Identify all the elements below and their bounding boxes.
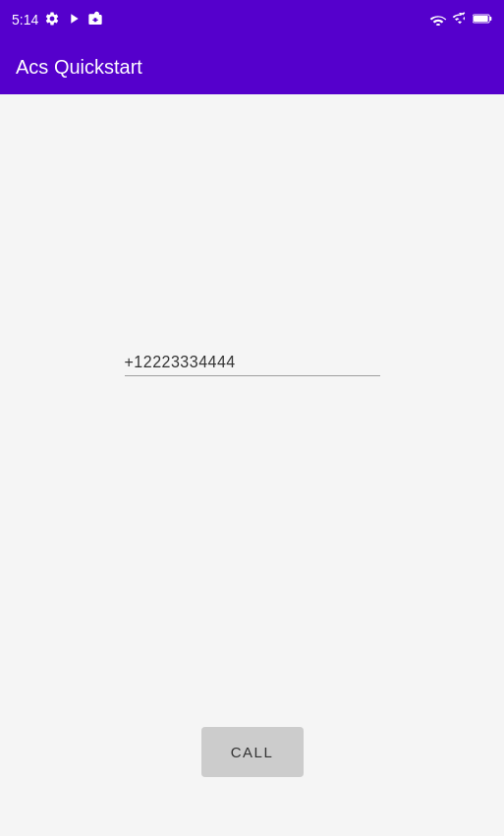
battery-icon [473, 12, 492, 28]
status-time: 5:14 [12, 12, 38, 28]
phone-input[interactable] [125, 350, 380, 376]
svg-rect-2 [474, 16, 488, 22]
status-bar: 5:14 [0, 0, 504, 39]
play-icon [66, 11, 82, 29]
wifi-icon [429, 12, 447, 28]
svg-rect-1 [489, 17, 491, 21]
status-bar-left: 5:14 [12, 11, 103, 29]
status-bar-right [429, 11, 492, 29]
settings-icon [44, 11, 60, 29]
call-button-section: CALL [0, 727, 504, 777]
call-button[interactable]: CALL [201, 727, 304, 777]
main-content: CALL [0, 94, 504, 836]
signal-icon [452, 11, 468, 29]
app-bar: Acs Quickstart [0, 39, 504, 94]
phone-input-wrapper [125, 350, 380, 376]
input-section [0, 350, 504, 376]
app-bar-title: Acs Quickstart [16, 56, 142, 79]
storage-icon [87, 11, 103, 29]
